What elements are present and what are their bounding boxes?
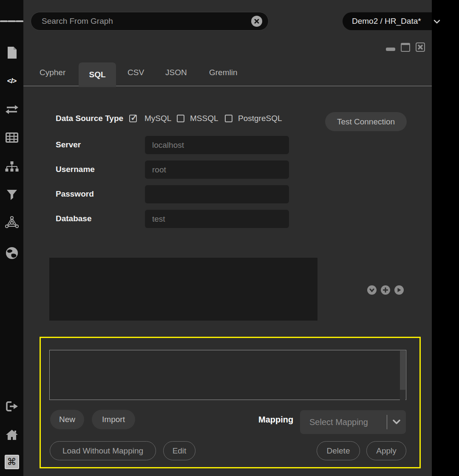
mssql-checkbox[interactable]	[177, 115, 184, 122]
sidebar: </>	[0, 0, 23, 476]
select-mapping-placeholder: Select Mapping	[300, 417, 387, 427]
sitemap-icon[interactable]	[0, 159, 23, 174]
postgresql-label: PostgreSQL	[238, 114, 282, 123]
right-edge-panel	[432, 0, 459, 476]
workspace-selector[interactable]: Demo2 / HR_Data*	[343, 12, 432, 30]
check-icon: ✓	[130, 113, 138, 123]
transfer-arrows-icon[interactable]	[0, 102, 23, 117]
dropdown-chevron-down-icon	[387, 420, 406, 425]
listbox-scrollbar-thumb[interactable]	[400, 351, 405, 390]
tab-json[interactable]: JSON	[165, 68, 187, 77]
mysql-checkbox[interactable]: ✓	[129, 115, 137, 122]
maximize-icon[interactable]	[401, 43, 410, 52]
query-listbox[interactable]	[49, 350, 406, 400]
select-mapping-dropdown[interactable]: Select Mapping	[300, 410, 406, 434]
server-label: Server	[56, 140, 81, 149]
network-icon[interactable]	[0, 214, 23, 230]
database-input[interactable]	[145, 210, 289, 228]
command-icon[interactable]: ⌘	[0, 454, 23, 470]
tab-csv[interactable]: CSV	[128, 68, 144, 77]
search-input[interactable]	[41, 16, 251, 26]
data-source-type-label: Data Source Type	[56, 114, 123, 123]
globe-icon[interactable]	[0, 245, 23, 261]
new-button[interactable]: New	[50, 410, 84, 429]
code-glyph: </>	[7, 77, 17, 85]
listbox-scrollbar[interactable]	[400, 351, 405, 400]
username-label: Username	[56, 165, 95, 174]
filter-icon[interactable]	[0, 187, 23, 203]
query-editor[interactable]	[49, 258, 317, 321]
expand-circle-icon[interactable]	[367, 285, 377, 295]
app-window: </>	[0, 0, 459, 476]
username-input[interactable]	[145, 161, 289, 179]
workspace-chevron-down-icon[interactable]	[434, 18, 440, 26]
close-icon[interactable]	[416, 42, 425, 52]
password-label: Password	[56, 189, 94, 199]
delete-button[interactable]: Delete	[317, 441, 360, 460]
menu-icon[interactable]	[0, 14, 23, 29]
import-button[interactable]: Import	[92, 410, 135, 429]
mapping-label: Mapping	[258, 415, 293, 425]
password-input[interactable]	[145, 185, 289, 203]
server-input[interactable]	[145, 136, 289, 154]
apply-button[interactable]: Apply	[366, 441, 406, 460]
edit-button[interactable]: Edit	[163, 441, 196, 460]
tab-cypher[interactable]: Cypher	[40, 68, 65, 77]
command-glyph: ⌘	[7, 457, 17, 467]
search-bar	[31, 12, 269, 31]
workspace-label: Demo2 / HR_Data*	[352, 17, 421, 26]
test-connection-button[interactable]: Test Connection	[325, 112, 407, 131]
load-without-mapping-button[interactable]: Load Without Mapping	[50, 441, 156, 460]
table-icon[interactable]	[0, 130, 23, 145]
tab-gremlin[interactable]: Gremlin	[209, 68, 238, 77]
postgresql-checkbox[interactable]	[225, 115, 232, 122]
clear-search-icon[interactable]	[251, 16, 262, 27]
mssql-label: MSSQL	[190, 114, 218, 123]
document-icon[interactable]	[0, 45, 23, 60]
add-circle-icon[interactable]	[381, 285, 390, 295]
tab-sql[interactable]: SQL	[79, 62, 116, 87]
database-label: Database	[56, 214, 92, 223]
mysql-label: MySQL	[144, 114, 171, 123]
logout-icon[interactable]	[0, 399, 23, 414]
minimize-icon[interactable]	[386, 48, 395, 51]
code-icon[interactable]: </>	[0, 73, 23, 89]
home-icon[interactable]	[0, 427, 23, 442]
run-circle-icon[interactable]	[394, 285, 404, 295]
